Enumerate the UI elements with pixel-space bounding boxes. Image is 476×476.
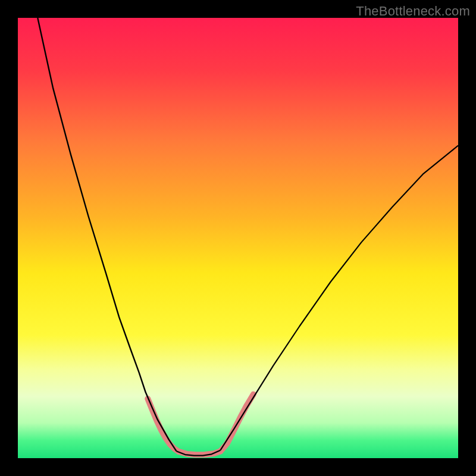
watermark-text: TheBottleneck.com: [356, 4, 470, 19]
chart-stage: TheBottleneck.com: [0, 0, 476, 476]
series-left-branch: [37, 18, 176, 451]
series-right-branch: [220, 146, 458, 450]
plot-area: [18, 18, 458, 458]
curve-overlay: [18, 18, 458, 458]
